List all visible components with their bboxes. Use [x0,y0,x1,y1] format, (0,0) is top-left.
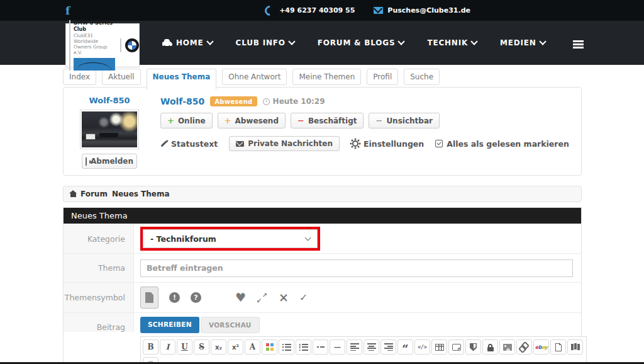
tab-suche[interactable]: Suche [404,69,440,85]
username-link[interactable]: Wolf-850 [89,96,130,105]
themensymbol-label: Themensymbol [64,283,134,312]
align-right-icon [384,343,393,351]
map-button[interactable] [567,339,583,355]
shield-icon [470,343,477,351]
logo-line3: Owners Group e.V. [74,44,116,55]
tab-neues-thema[interactable]: Neues Thema [147,69,217,89]
superscript-button[interactable]: x² [228,339,243,355]
attachment-button[interactable] [550,339,566,355]
ebay-button[interactable]: ebay [533,339,549,355]
media-embed-button[interactable] [448,339,464,355]
font-color-button[interactable] [262,339,277,355]
link-icon [519,343,529,351]
phone-icon [263,3,277,18]
bold-button[interactable]: B [143,339,158,355]
strikethrough-button[interactable]: S [194,339,209,355]
statustext-link[interactable]: Statustext [160,139,218,149]
status-label: Abwesend [235,117,279,125]
quote-button[interactable]: “ [397,339,413,355]
breadcrumb: Forum Neues Thema [63,186,582,202]
list-unordered-icon [282,344,291,351]
symbol-file-button[interactable] [140,287,158,309]
table-icon [435,344,444,351]
table-button[interactable] [431,339,447,355]
italic-button[interactable]: I [160,339,175,355]
list-ol-button[interactable] [296,339,311,355]
rule-button[interactable]: — [330,339,345,355]
status-unsichtbar-button[interactable]: − Unsichtbar [369,113,439,128]
nav-item-label: MEDIEN [500,38,536,47]
tab-aktuell[interactable]: Aktuell [102,69,141,85]
facebook-icon[interactable]: f [65,4,70,17]
status-beschaeftigt-button[interactable]: − Beschäftigt [291,113,364,128]
logout-button[interactable]: Abmelden [82,154,137,169]
mark-all-read-link[interactable]: Alles als gelesen markieren [435,139,569,149]
user-panel: Wolf-850 Abmelden Wolf-850 Abwesend Heut… [63,87,582,176]
symbol-question-button[interactable]: ? [191,292,201,303]
align-center-button[interactable] [364,339,379,355]
user-panel-left: Wolf-850 Abmelden [72,94,147,169]
tab-schreiben[interactable]: SCHREIBEN [140,317,199,333]
color-palette-icon [266,343,274,351]
editor-toolbar: B I U S x₂ x² A — [143,339,584,355]
breadcrumb-forum[interactable]: Forum [80,190,108,198]
envelope-icon [236,141,244,147]
nav-item-home[interactable]: HOME [162,38,213,47]
symbol-exclamation-button[interactable]: ! [169,292,180,303]
tab-meine-themen[interactable]: Meine Themen [292,69,361,85]
hamburger-menu-icon[interactable] [573,40,584,42]
image-button[interactable] [499,339,515,355]
code-icon: </> [418,344,426,350]
symbol-heart-button[interactable]: ♥ [235,292,246,303]
subscript-button[interactable]: x₂ [211,339,226,355]
avatar-image [82,111,137,147]
logout-icon [86,157,87,166]
user-avatar[interactable] [80,110,139,149]
mark-all-read-label: Alles als gelesen markieren [447,139,569,149]
align-left-icon [350,343,359,351]
settings-link[interactable]: Einstellungen [351,139,424,149]
question-icon: ? [194,293,197,302]
symbol-check-button[interactable]: ✓ [299,292,308,304]
kategorie-label: Kategorie [64,224,134,253]
nav-item-forum-blogs[interactable]: FORUM & BLOGS [318,38,404,47]
nav-item-club-info[interactable]: CLUB INFO [236,38,294,47]
lock-button[interactable] [482,339,498,355]
status-abwesend-button[interactable]: + Abwesend [218,113,286,128]
nav-item-medien[interactable]: MEDIEN [500,38,545,47]
code-button[interactable]: </> [414,339,430,355]
last-active: Heute 10:29 [263,97,325,106]
beitrag-label: Beitrag [64,313,134,332]
file-icon [145,292,153,303]
tab-index[interactable]: Index [63,69,96,85]
lock-icon [487,347,494,351]
tab-profil[interactable]: Profil [367,69,398,85]
align-left-button[interactable] [347,339,362,355]
rule-short-button[interactable] [313,339,328,355]
font-size-button[interactable]: A [245,339,260,355]
phone-number: +49 6237 40309 55 [279,6,355,14]
spoiler-button[interactable] [465,339,481,355]
username-heading[interactable]: Wolf-850 [160,96,204,106]
exclamation-icon: ! [173,293,176,302]
thema-input[interactable] [140,259,573,277]
club-logo[interactable]: BMW 8 Series Club ClubE31 Worldwide Owne… [65,23,140,67]
kategorie-select[interactable]: - Technikforum [143,229,318,248]
status-online-button[interactable]: + Online [160,113,213,128]
email-address[interactable]: Pusches@Clube31.de [387,6,470,14]
tab-ohne-antwort[interactable]: Ohne Antwort [222,69,287,85]
symbol-compress-button[interactable]: ↙ ↗ [257,293,268,303]
nav-item-technik[interactable]: TECHNIK [427,38,477,47]
align-right-button[interactable] [380,339,396,355]
underline-button[interactable]: U [177,339,192,355]
superscript-icon: x² [232,344,239,351]
private-messages-button[interactable]: Private Nachrichten [229,136,340,151]
settings-label: Einstellungen [364,139,424,149]
contact-info: +49 6237 40309 55 Pusches@Clube31.de [265,6,470,16]
statustext-label: Statustext [171,139,218,149]
minus-icon: − [297,116,304,125]
tab-vorschau[interactable]: VORSCHAU [201,317,260,333]
symbol-times-button[interactable]: × [279,292,289,303]
link-button[interactable] [516,339,532,355]
list-ul-button[interactable] [279,339,294,355]
